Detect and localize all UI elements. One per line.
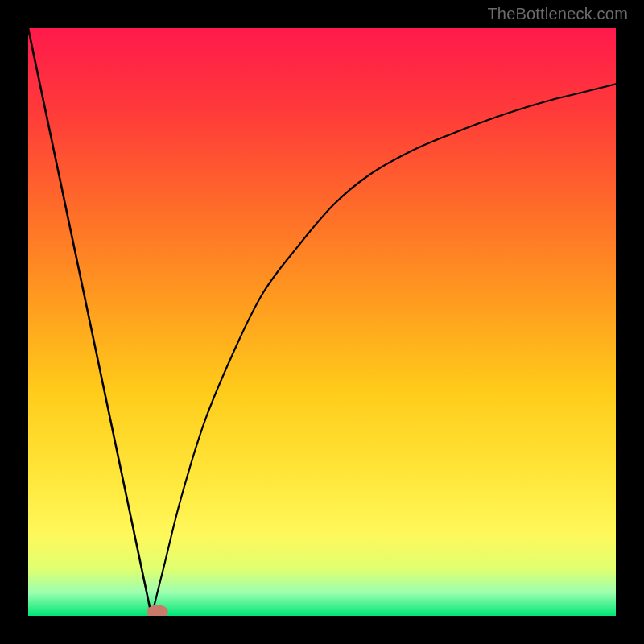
chart-frame: TheBottleneck.com — [0, 0, 644, 644]
gradient-background — [28, 28, 616, 616]
watermark-text: TheBottleneck.com — [487, 5, 628, 23]
chart-svg — [28, 28, 616, 616]
plot-area — [28, 28, 616, 616]
